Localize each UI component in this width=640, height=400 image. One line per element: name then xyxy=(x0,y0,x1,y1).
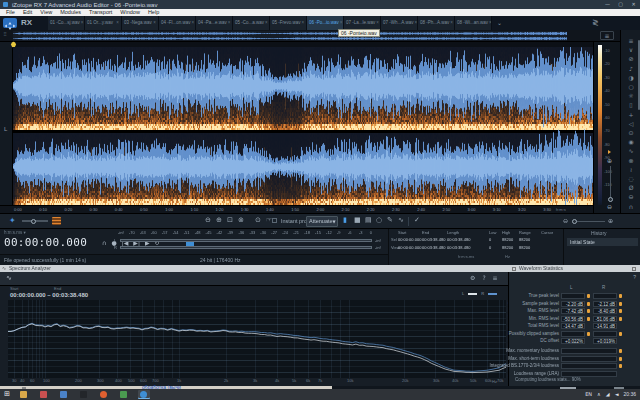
preset-list-icon[interactable]: ≡ xyxy=(493,275,498,281)
zoom-fit-icon[interactable]: ⊗ xyxy=(238,217,244,224)
h-zoom-in-icon[interactable]: ⊕ xyxy=(608,218,613,224)
menu-edit[interactable]: Edit xyxy=(23,10,32,16)
frequency-selection-icon[interactable]: ▤ xyxy=(365,217,372,224)
menu-transport[interactable]: Transport xyxy=(89,10,112,16)
monitor-headphone-button[interactable]: ∩ xyxy=(102,240,106,246)
vertical-zoom-out-icon[interactable]: ⊖ xyxy=(607,204,612,210)
zoom-selection-icon[interactable]: ⊡ xyxy=(227,217,233,224)
menu-file[interactable]: File xyxy=(6,10,15,16)
spectrogram-color-scale[interactable] xyxy=(598,45,602,205)
module-icon[interactable]: ∨ xyxy=(621,45,640,54)
rx-nav-icon[interactable]: ✦ xyxy=(9,217,16,225)
file-tab[interactable]: 08 -Ph...A.wav× xyxy=(418,16,455,30)
tab-close-icon[interactable]: × xyxy=(80,21,84,26)
minimize-button[interactable]: — xyxy=(601,0,614,9)
module-icon[interactable]: ◑ xyxy=(621,73,640,82)
blend-slider-knob[interactable] xyxy=(31,219,36,224)
taskbar-app-green[interactable] xyxy=(118,390,130,399)
tab-close-icon[interactable]: × xyxy=(115,21,119,26)
module-icon[interactable]: ∿ xyxy=(621,146,640,155)
file-tab[interactable]: 03 -Nega.wav× xyxy=(122,16,159,30)
file-tab[interactable]: 08 -Wi...an.wav× xyxy=(455,16,492,30)
taskbar-app-red[interactable] xyxy=(38,390,50,399)
module-icon[interactable]: ☼ xyxy=(621,91,640,100)
module-icon[interactable]: ○ xyxy=(621,82,640,91)
vertical-zoom-knob[interactable] xyxy=(608,197,613,202)
spectrum-plot[interactable] xyxy=(8,300,506,378)
taskbar-clock[interactable]: 20:36 xyxy=(623,392,636,397)
tray-item[interactable]: ∧ xyxy=(597,392,601,397)
instant-process-checkbox[interactable] xyxy=(272,218,277,223)
overview-minimap[interactable]: ⠿ ≡ xyxy=(0,30,640,42)
brush-selection-icon[interactable]: ✎ xyxy=(387,217,393,224)
stats-window-button[interactable] xyxy=(632,267,636,271)
lasso-selection-icon[interactable]: ○ xyxy=(376,217,382,224)
taskbar-file-explorer[interactable] xyxy=(18,390,30,399)
module-icon[interactable]: + xyxy=(621,110,640,119)
module-icon[interactable]: ◉ xyxy=(621,137,640,146)
module-icon[interactable]: Ø xyxy=(621,183,640,192)
time-ruler[interactable]: h:m:s 0:000:100:200:300:400:501:001:101:… xyxy=(0,205,593,213)
spectrogram-settings-icon[interactable] xyxy=(52,217,61,225)
overview-list-icon[interactable]: ≡ xyxy=(600,31,614,40)
time-selection-icon[interactable]: ▮ xyxy=(343,217,347,224)
tab-close-icon[interactable]: × xyxy=(449,21,453,26)
tray-item[interactable]: EN xyxy=(585,392,592,397)
magnifier-icon[interactable]: ⊙ xyxy=(255,217,261,224)
time-freq-selection-icon[interactable]: ■ xyxy=(354,217,361,224)
file-tab[interactable]: 05 -Frevo.wav× xyxy=(270,16,307,30)
module-icon[interactable]: ∩ xyxy=(621,202,640,211)
file-tab[interactable]: 01 Or...y.wav× xyxy=(85,16,122,30)
h-zoom-knob[interactable] xyxy=(572,219,577,224)
attenuate-dropdown[interactable]: Attenuate▼ xyxy=(306,216,338,227)
module-icon[interactable]: ⊘ xyxy=(621,54,640,63)
menu-window[interactable]: Window xyxy=(120,10,140,16)
wand-selection-icon[interactable]: ∿ xyxy=(398,217,404,224)
module-icon[interactable]: ♪ xyxy=(621,64,640,73)
menu-modules[interactable]: Modules xyxy=(60,10,81,16)
tab-close-icon[interactable]: × xyxy=(488,21,492,26)
file-tab[interactable]: 07 -La...le.wav× xyxy=(344,16,381,30)
tab-close-icon[interactable]: × xyxy=(152,21,156,26)
tab-close-icon[interactable]: × xyxy=(414,21,418,26)
close-button[interactable]: ✕ xyxy=(627,0,640,9)
settings-gear-icon[interactable]: ⚙ xyxy=(470,275,475,281)
overview-waveform-canvas[interactable] xyxy=(13,31,567,41)
vertical-zoom-in-icon[interactable]: ⊕ xyxy=(607,158,612,164)
file-tab[interactable]: 04 -Fl...on.wav× xyxy=(159,16,196,30)
file-tab[interactable]: 01 -Co...sj.wav× xyxy=(48,16,85,30)
maximize-button[interactable]: ▢ xyxy=(614,0,627,9)
tray-item[interactable]: ◄ xyxy=(615,392,619,397)
tab-overflow-chevron-icon[interactable]: ⌄ xyxy=(497,20,502,26)
spectrum-icon[interactable]: ∿ xyxy=(6,275,12,282)
taskbar-app-blue[interactable] xyxy=(58,390,70,399)
file-tab[interactable]: 07 -Wh...A.wav× xyxy=(381,16,418,30)
module-icon[interactable]: ◁ xyxy=(621,119,640,128)
tray-item[interactable]: ◢ xyxy=(606,392,610,397)
tab-close-icon[interactable]: × xyxy=(264,21,268,26)
file-tab[interactable]: 05 -Co...a.wav× xyxy=(233,16,270,30)
tab-close-icon[interactable]: × xyxy=(301,21,305,26)
tab-close-icon[interactable]: × xyxy=(339,21,343,26)
module-icon[interactable]: ⊙ xyxy=(621,128,640,137)
tab-close-icon[interactable]: × xyxy=(375,21,379,26)
zoom-out-icon[interactable]: ⊖ xyxy=(205,217,211,224)
taskbar-app-dark[interactable] xyxy=(78,390,90,399)
module-icon[interactable]: ⊖ xyxy=(621,192,640,201)
stats-help-icon[interactable]: ? xyxy=(633,275,636,280)
zoom-in-icon[interactable]: ⊕ xyxy=(216,217,222,224)
time-format-selector[interactable]: h:m:s.ms ▾ xyxy=(4,231,26,236)
menu-help[interactable]: Help xyxy=(148,10,159,16)
module-icon[interactable]: ≀ xyxy=(621,165,640,174)
taskbar-rx-app[interactable] xyxy=(138,390,150,399)
find-similar-icon[interactable]: ✓ xyxy=(414,217,420,224)
help-icon[interactable]: ? xyxy=(482,275,485,281)
history-item[interactable]: Initial State xyxy=(567,238,638,246)
title-bar[interactable]: iZotope RX 7 Advanced Audio Editor - 06 … xyxy=(0,0,640,9)
spectrogram-waveform-display[interactable] xyxy=(13,47,593,205)
taskbar-app-orange[interactable] xyxy=(98,390,110,399)
module-icon[interactable]: ≡ xyxy=(621,36,640,45)
tab-close-icon[interactable]: × xyxy=(227,21,231,26)
h-zoom-out-icon[interactable]: ⊖ xyxy=(563,218,568,224)
scale-marker-icon[interactable] xyxy=(608,150,611,154)
